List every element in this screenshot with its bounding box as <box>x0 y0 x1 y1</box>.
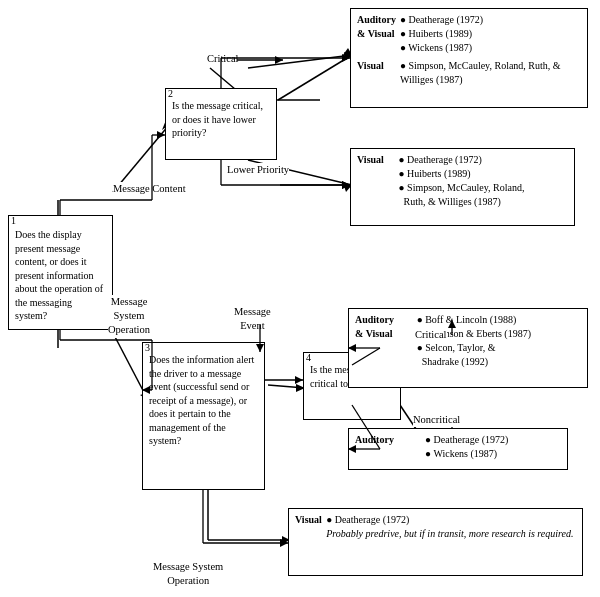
result5-title: Visual <box>295 514 322 525</box>
result3-box: Auditory& Visual ● Boff & Lincoln (1988)… <box>348 308 588 388</box>
svg-marker-35 <box>342 54 350 62</box>
message-event-label: MessageEvent <box>234 305 271 333</box>
svg-line-6 <box>278 55 352 100</box>
node3-box: 3 Does the information alert the driver … <box>142 342 265 490</box>
result4-refs: ● Deatherage (1972)● Wickens (1987) <box>425 434 508 459</box>
message-content-label: Message Content <box>113 182 186 196</box>
svg-marker-40 <box>295 376 303 384</box>
node2-text: Is the message critical, or does it have… <box>172 99 270 140</box>
result4-title: Auditory <box>355 434 394 445</box>
result5-refs: ● Deatherage (1972) <box>326 514 409 525</box>
node2-box: 2 Is the message critical, or does it ha… <box>165 88 277 160</box>
result2-refs: ● Deatherage (1972)● Huiberts (1989)● Si… <box>399 154 525 207</box>
result5-note: Probably predrive, but if in transit, mo… <box>326 528 573 539</box>
result4-box: Auditory ● Deatherage (1972)● Wickens (1… <box>348 428 568 470</box>
critical2-label: Critical <box>415 328 447 342</box>
result5-box: Visual ● Deatherage (1972) Probably pred… <box>288 508 583 576</box>
svg-marker-38 <box>342 181 350 189</box>
flowchart-diagram: 1 Does the display present message conte… <box>0 0 600 597</box>
result1-title1: Auditory& Visual <box>357 14 396 39</box>
result1-ref1: ● Deatherage (1972)● Huiberts (1989)● Wi… <box>400 14 483 53</box>
svg-marker-51 <box>275 56 283 64</box>
node3-text: Does the information alert the driver to… <box>149 353 258 448</box>
result2-title: Visual <box>357 154 384 165</box>
node1-box: 1 Does the display present message conte… <box>8 215 113 330</box>
result3-title: Auditory& Visual <box>355 314 394 339</box>
svg-line-10 <box>248 55 352 68</box>
lower-priority-label: Lower Priority <box>227 163 289 177</box>
result2-box: Visual ● Deatherage (1972)● Huiberts (19… <box>350 148 575 226</box>
svg-marker-27 <box>157 131 165 139</box>
noncritical-label: Noncritical <box>413 413 460 427</box>
result1-box: Auditory& Visual ● Deatherage (1972)● Hu… <box>350 8 588 108</box>
svg-marker-53 <box>342 181 350 189</box>
node3-number: 3 <box>145 341 150 354</box>
result1-ref2: ● Simpson, McCauley, Roland, Ruth, & Wil… <box>400 60 561 85</box>
message-system-op2-label: Message SystemOperation <box>153 560 223 588</box>
node1-text: Does the display present message content… <box>15 228 106 323</box>
node4-number: 4 <box>306 351 311 364</box>
result1-title2: Visual <box>357 60 384 71</box>
message-system-op1-label: MessageSystemOperation <box>108 295 150 338</box>
svg-marker-49 <box>280 539 288 547</box>
critical1-label: Critical <box>207 52 239 66</box>
node1-number: 1 <box>11 214 16 227</box>
svg-line-14 <box>268 385 305 388</box>
node2-number: 2 <box>168 87 173 100</box>
